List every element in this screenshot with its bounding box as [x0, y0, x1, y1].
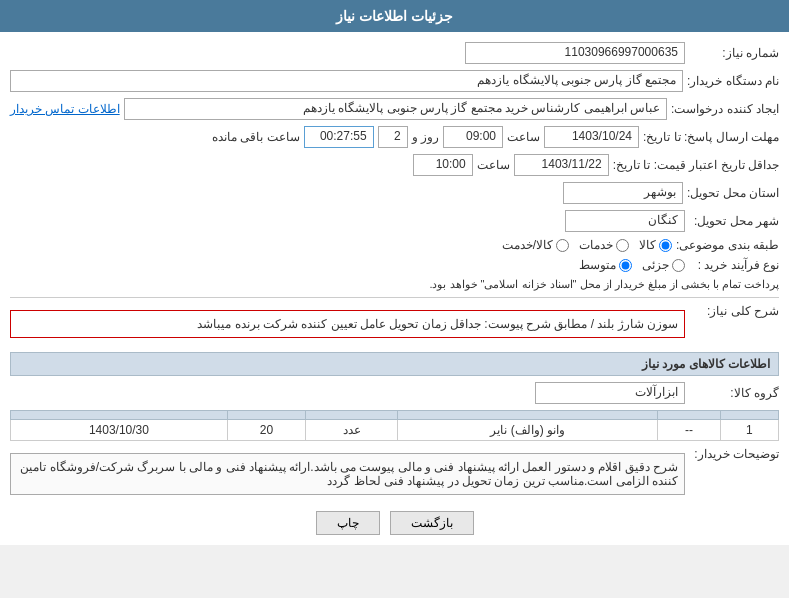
col-kod — [658, 411, 720, 420]
radio-kala-khadamat-label: کالا/خدمت — [502, 238, 553, 252]
radio-khadamat[interactable] — [616, 239, 629, 252]
roz-label: روز و — [412, 130, 439, 144]
cell-nam: وانو (والف) نایر — [398, 420, 658, 441]
col-tarikh — [11, 411, 228, 420]
mohlat-saat: 09:00 — [443, 126, 503, 148]
jadval-saat-label: ساعت — [477, 158, 510, 172]
noع-label: نوع فرآیند خرید : — [689, 258, 779, 272]
button-row: بازگشت چاپ — [10, 511, 779, 535]
shahr-value: کنگان — [565, 210, 685, 232]
radio-motavasset-label: متوسط — [579, 258, 616, 272]
table-row: 1--وانو (والف) نایرعدد201403/10/30 — [11, 420, 779, 441]
tabagheh-group: کالا خدمات کالا/خدمت — [502, 238, 672, 252]
cell-radif: 1 — [720, 420, 778, 441]
ijad-konande-value: عباس ابراهیمی کارشناس خرید مجتمع گاز پار… — [124, 98, 667, 120]
col-nam — [398, 411, 658, 420]
mohlat-roz: 2 — [378, 126, 408, 148]
shomare-niaz-label: شماره نیاز: — [689, 46, 779, 60]
divider1 — [10, 297, 779, 298]
tabagheh-label: طبقه بندی موضوعی: — [676, 238, 779, 252]
page-header: جزئیات اطلاعات نیاز — [0, 0, 789, 32]
kala-table: 1--وانو (والف) نایرعدد201403/10/30 — [10, 410, 779, 441]
noع-group: جزئی متوسط — [579, 258, 685, 272]
sharh-label: شرح کلی نیاز: — [689, 304, 779, 318]
col-vahed — [306, 411, 398, 420]
jadval-date: 1403/11/22 — [514, 154, 609, 176]
btn-bazgasht[interactable]: بازگشت — [390, 511, 474, 535]
jadval-label: جداقل تاریخ اعتبار قیمت: تا تاریخ: — [613, 158, 779, 172]
radio-jozi[interactable] — [672, 259, 685, 272]
gorohe-kala-label: گروه کالا: — [689, 386, 779, 400]
cell-tarikh: 1403/10/30 — [11, 420, 228, 441]
radio-motavasset[interactable] — [619, 259, 632, 272]
pardakht-note: پرداخت تمام با بخشی از مبلغ خریدار از مح… — [429, 278, 779, 291]
radio-jozi-label: جزئی — [642, 258, 669, 272]
col-tedad — [227, 411, 305, 420]
name-dastgah-value: مجتمع گاز پارس جنوبی پالایشگاه یازدهم — [10, 70, 683, 92]
radio-kala-khadamat[interactable] — [556, 239, 569, 252]
ettelaat-kalaha-header: اطلاعات کالاهای مورد نیاز — [10, 352, 779, 376]
btn-chap[interactable]: چاپ — [316, 511, 380, 535]
shahr-label: شهر محل تحویل: — [689, 214, 779, 228]
tozih-label: توضیحات خریدار: — [689, 447, 779, 461]
shomare-niaz-value: 11030966997000635 — [465, 42, 685, 64]
mohlat-label: مهلت ارسال پاسخ: تا تاریخ: — [643, 130, 779, 144]
name-dastgah-label: نام دستگاه خریدار: — [687, 74, 779, 88]
saat-label: ساعت — [507, 130, 540, 144]
radio-khadamat-label: خدمات — [579, 238, 613, 252]
ettelaat-tamas-link[interactable]: اطلاعات تماس خریدار — [10, 102, 120, 116]
mohlat-date: 1403/10/24 — [544, 126, 639, 148]
cell-vahed: عدد — [306, 420, 398, 441]
col-radif — [720, 411, 778, 420]
header-title: جزئیات اطلاعات نیاز — [336, 8, 453, 24]
radio-kala[interactable] — [659, 239, 672, 252]
ostan-value: بوشهر — [563, 182, 683, 204]
gorohe-kala-value: ابزارآلات — [535, 382, 685, 404]
mohlat-timer: 00:27:55 — [304, 126, 374, 148]
tozih-value: شرح دقیق اقلام و دستور العمل ارائه پیشنه… — [10, 453, 685, 495]
ijad-konande-label: ایجاد کننده درخواست: — [671, 102, 779, 116]
mohlat-mande-label: ساعت باقی مانده — [212, 130, 300, 144]
cell-kod: -- — [658, 420, 720, 441]
jadval-saat: 10:00 — [413, 154, 473, 176]
ostan-label: استان محل تحویل: — [687, 186, 779, 200]
sharh-value: سوزن شارژ بلند / مطابق شرح پیوست: جداقل … — [10, 310, 685, 338]
radio-kala-label: کالا — [639, 238, 656, 252]
kala-table-container: 1--وانو (والف) نایرعدد201403/10/30 — [10, 410, 779, 441]
cell-tedad: 20 — [227, 420, 305, 441]
